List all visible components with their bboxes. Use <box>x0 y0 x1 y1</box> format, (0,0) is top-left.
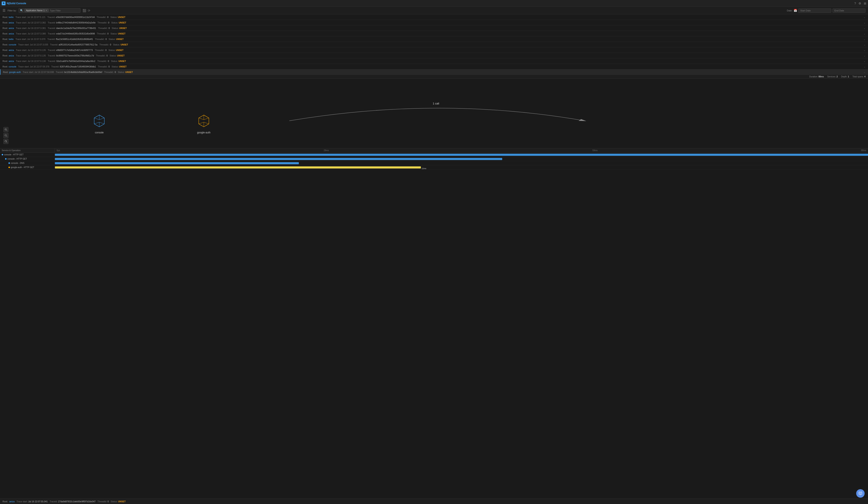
grid-icon[interactable]: ⊞ <box>864 2 866 5</box>
trace-row[interactable]: Root: aeiza Trace start: Jul 16 22:07:3.… <box>0 20 868 26</box>
trace-row[interactable]: Root: console Trace start: Jul 16 22:07:… <box>0 64 868 69</box>
svg-line-12 <box>204 122 209 124</box>
trace-threadid-val: 0 <box>108 65 111 68</box>
trace-start-label: Trace start: Jul 16 22:07:3.381 <box>15 27 46 29</box>
trace-threadid-label: Threadid:: <box>97 32 107 35</box>
help-icon[interactable]: ? <box>854 2 856 5</box>
trace-row[interactable]: Root: aeiza Trace start: Jul 16 22:07:0.… <box>0 58 868 64</box>
timeline-row[interactable]: console - HTTP GET <box>0 153 868 157</box>
trace-threadid-label: Threadid:: <box>98 65 108 68</box>
filter-tag-remove[interactable]: ✕ <box>45 9 47 12</box>
date-area: Date: 📅 <box>787 9 866 13</box>
console-service-icon <box>91 112 108 129</box>
timeline-timestamp: 59ms <box>592 149 598 152</box>
end-date-input[interactable] <box>833 9 866 13</box>
timeline-row[interactable]: console - DNS <box>0 161 868 165</box>
trace-threadid-label: Threadid:: <box>97 60 107 62</box>
trace-status-val: UNSET <box>120 43 128 46</box>
trace-status-label: Status: <box>108 38 115 40</box>
trace-row[interactable]: Root: twilio Trace start: Jul 16 22:07:3… <box>0 36 868 42</box>
search-icon: 🔍 <box>20 9 23 12</box>
trace-row[interactable]: Root: google-auth Trace start: Jul 16 22… <box>0 69 868 75</box>
trace-chevron-icon: ⌄ <box>864 21 866 24</box>
timeline-row-label: google-auth - HTTP GET <box>0 166 55 169</box>
timeline-time-col-header: 0μs29ms59ms88ms <box>55 149 868 152</box>
trace-id-val: effd65f77c7e0d6a25467c4c66f97773 <box>55 49 93 51</box>
svg-line-3 <box>94 118 99 120</box>
calendar-icon[interactable]: 📅 <box>794 9 797 12</box>
save-icon[interactable]: ⬛ <box>83 9 86 12</box>
trace-threadid-label: Threadid:: <box>96 16 106 18</box>
svg-line-15 <box>7 130 7 131</box>
trace-threadid-val: 0 <box>105 38 107 40</box>
zoom-controls <box>3 127 9 144</box>
trace-status-val: UNSET <box>117 16 125 18</box>
filter-tag-count: 1 <box>43 9 45 12</box>
trace-status-label: Status: <box>110 54 116 57</box>
trace-chevron-icon: ⌄ <box>864 16 866 18</box>
trace-root-label: Root: <box>3 71 8 73</box>
depth-info: Depth: 1 <box>841 75 849 78</box>
zoom-in-button[interactable] <box>3 127 9 132</box>
trace-status-label: Status: <box>111 21 118 24</box>
service-op-label: console - HTTP GET <box>7 158 27 160</box>
svg-line-9 <box>204 118 209 120</box>
timeline-bar: 22ms <box>55 167 421 169</box>
service-dot <box>2 154 3 155</box>
trace-row[interactable]: Root: twilio Trace start: Jul 16 22:07:5… <box>0 14 868 20</box>
trace-id-val: 32e2ca687e7b659d2a9344a2a8ac66c2 <box>55 60 96 62</box>
start-date-input[interactable] <box>798 9 831 13</box>
trace-row[interactable]: Root: console Trace start: Jul 16 22:07:… <box>0 42 868 47</box>
svg-line-22 <box>7 142 7 143</box>
filter-tag[interactable]: Application Name 1 ✕ <box>24 9 49 12</box>
trace-threadid-val: 0 <box>107 16 109 18</box>
trace-chevron-icon: ⌄ <box>864 49 866 51</box>
trace-id-label: Traceid: <box>48 49 56 51</box>
trace-id-label: Traceid: <box>48 54 56 57</box>
trace-root-label: Root: <box>2 43 8 46</box>
trace-app-name: aeiza <box>9 32 14 35</box>
trace-threadid-val: 0 <box>107 21 110 24</box>
type-filter-input[interactable] <box>50 9 79 12</box>
svg-point-21 <box>5 140 7 142</box>
detail-info-bar: Duration: 88ms Services: 2 Depth: 1 Tota… <box>0 75 868 79</box>
call-label: 1 call <box>433 102 439 105</box>
trace-status-label: Status: <box>108 49 115 51</box>
trace-id-val: e56d3837db690eef4009991e11b247d4 <box>55 16 95 18</box>
trace-status-val: UNSET <box>118 60 126 62</box>
trace-row[interactable]: Root: aeiza Trace start: Jul 16 22:07:0.… <box>0 47 868 53</box>
trace-chevron-icon: ⌄ <box>864 65 866 68</box>
zoom-reset-button[interactable] <box>3 139 9 144</box>
trace-row[interactable]: Root: aeiza Trace start: Jul 16 22:07:3.… <box>0 26 868 31</box>
history-icon[interactable]: ⟳ <box>88 9 90 12</box>
timeline-row[interactable]: console - HTTP GET <box>0 157 868 161</box>
trace-app-name: aeiza <box>9 21 14 24</box>
svg-line-19 <box>7 136 7 137</box>
trace-threadid-label: Threadid:: <box>98 27 108 29</box>
trace-app-name: aeiza <box>9 49 14 51</box>
trace-root-label: Root: <box>2 32 8 35</box>
timeline-header: Service & Operation 0μs29ms59ms88ms <box>0 149 868 153</box>
service-dot <box>9 167 10 168</box>
trace-row[interactable]: Root: aeiza Trace start: Jul 16 22:07:3.… <box>0 31 868 36</box>
app-logo: N N|Solid Console <box>2 1 26 5</box>
visualization-area: 1 call console <box>0 79 868 149</box>
timeline-service-col-header: Service & Operation <box>0 149 55 152</box>
zoom-out-button[interactable] <box>3 133 9 138</box>
timeline-timestamp: 29ms <box>323 149 329 152</box>
svg-line-13 <box>199 122 204 124</box>
trace-app-name: twilio <box>9 38 13 40</box>
timeline-row[interactable]: google-auth - HTTP GET 22ms <box>0 165 868 170</box>
filter-input-area[interactable]: 🔍 Application Name 1 ✕ <box>19 8 81 13</box>
trace-start-label: Trace start: Jul 16 22:07:59.376 <box>18 65 50 68</box>
trace-start-label: Trace start: Jul 16 22:07:5.121 <box>15 16 46 18</box>
trace-status-label: Status: <box>111 32 117 35</box>
trace-root-label: Root: <box>2 60 8 62</box>
trace-row[interactable]: Root: aeiza Trace start: Jul 16 22:07:0.… <box>0 53 868 58</box>
trace-chevron-icon: ⌄ <box>864 43 866 46</box>
svg-line-5 <box>99 122 104 124</box>
settings-icon[interactable]: ⚙ <box>858 2 861 5</box>
menu-icon[interactable]: ☰ <box>2 9 6 12</box>
svg-line-2 <box>99 118 104 120</box>
trace-app-name: aeiza <box>9 60 14 62</box>
